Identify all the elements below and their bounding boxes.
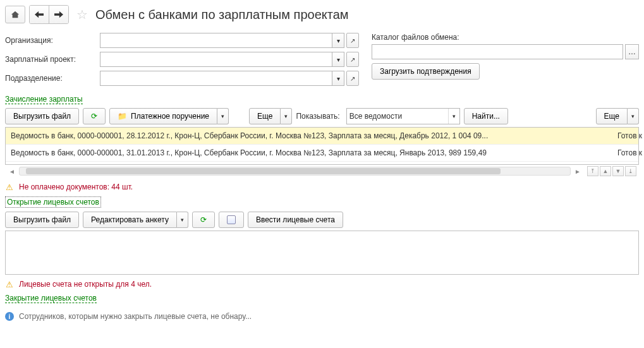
dept-open-button[interactable]: ↗	[346, 71, 359, 86]
catalog-browse-button[interactable]: …	[625, 44, 639, 59]
triangle-up-icon: ▲	[603, 168, 609, 174]
documents-table: Ведомость в банк, 0000-000001, 28.12.201…	[5, 127, 639, 165]
section-open-accounts-link[interactable]: Открытие лицевых счетов	[5, 196, 101, 208]
more-dropdown-1[interactable]: ▾	[281, 108, 292, 124]
enter-accounts-button[interactable]: Ввести лицевые счета	[248, 212, 343, 228]
row-text: Ведомость в банк, 0000-000001, 31.01.201…	[11, 148, 605, 157]
table-row[interactable]: Ведомость в банк, 0000-000001, 28.12.201…	[6, 128, 638, 145]
scroll-left-icon[interactable]: ◄	[8, 168, 16, 175]
chevron-down-icon: ▾	[337, 75, 340, 82]
chevron-down-icon: ▾	[221, 113, 224, 119]
chevron-down-icon: ▾	[181, 217, 184, 223]
warning-accounts-text: Лицевые счета не открыты для 4 чел.	[19, 280, 152, 289]
export-file-button-2[interactable]: Выгрузить файл	[5, 212, 79, 228]
show-label: Показывать:	[296, 112, 339, 121]
sort-down-button[interactable]: ▼	[612, 166, 624, 176]
warning-unpaid-text: Не оплачено документов: 44 шт.	[19, 183, 133, 191]
payment-order-dropdown[interactable]: ▾	[217, 108, 229, 124]
org-dropdown-button[interactable]: ▾	[332, 33, 344, 48]
table-row[interactable]: Ведомость в банк, 0000-000001, 31.01.201…	[6, 145, 638, 162]
info-close-accounts-text: Сотрудников, которым нужно закрыть лицев…	[19, 312, 252, 321]
edit-profile-dropdown[interactable]: ▾	[177, 212, 188, 228]
chevron-down-icon: ▾	[631, 113, 635, 119]
warning-icon: ⚠	[5, 183, 14, 191]
sort-bottom-button[interactable]: ⤓	[625, 166, 636, 176]
sort-top-button[interactable]: ⤒	[587, 166, 598, 176]
refresh-icon: ⟳	[91, 112, 97, 121]
triangle-down-icon: ▼	[616, 168, 621, 174]
dept-dropdown-button[interactable]: ▾	[332, 71, 344, 86]
section-close-accounts-link[interactable]: Закрытие лицевых счетов	[5, 294, 97, 303]
project-label: Зарплатный проект:	[5, 55, 100, 64]
accounts-empty-list	[5, 231, 639, 275]
section-salary-credit-link[interactable]: Зачисление зарплаты	[5, 95, 83, 104]
more-button-2[interactable]: Еще	[596, 108, 628, 124]
horizontal-scrollbar[interactable]	[19, 167, 571, 176]
back-button[interactable]	[30, 6, 49, 23]
edit-profile-button[interactable]: Редактировать анкету	[83, 212, 177, 228]
refresh-icon: ⟳	[200, 215, 207, 224]
show-filter-dropdown[interactable]: ▾	[448, 109, 459, 124]
chevron-down-icon: ▾	[284, 113, 288, 119]
doc-button[interactable]	[219, 212, 244, 228]
chevron-down-icon: ▾	[337, 56, 340, 63]
more-button-1[interactable]: Еще	[249, 108, 281, 124]
find-button[interactable]: Найти...	[464, 108, 508, 124]
home-icon	[11, 10, 20, 19]
favorite-star-icon[interactable]: ☆	[76, 7, 88, 22]
org-open-button[interactable]: ↗	[346, 33, 359, 48]
dept-input[interactable]	[100, 71, 332, 86]
open-icon: ↗	[350, 75, 355, 82]
page-title: Обмен с банками по зарплатным проектам	[95, 8, 349, 22]
sort-up-button[interactable]: ▲	[600, 166, 611, 176]
bar-up-icon: ⤒	[590, 168, 595, 174]
catalog-input[interactable]	[372, 44, 623, 59]
bar-down-icon: ⤓	[628, 168, 633, 174]
project-dropdown-button[interactable]: ▾	[332, 52, 344, 67]
export-file-button[interactable]: Выгрузить файл	[5, 108, 79, 124]
catalog-label: Каталог файлов обмена:	[372, 33, 639, 42]
org-input[interactable]	[100, 33, 332, 48]
ellipsis-icon: …	[628, 47, 636, 56]
load-confirmations-button[interactable]: Загрузить подтверждения	[372, 63, 480, 80]
refresh-button-2[interactable]: ⟳	[192, 212, 215, 228]
refresh-button[interactable]: ⟳	[83, 108, 106, 124]
payment-order-button[interactable]: 📁 Платежное поручение	[109, 108, 217, 124]
chevron-down-icon: ▾	[337, 37, 340, 44]
more-dropdown-2[interactable]: ▾	[628, 108, 639, 124]
arrow-right-icon	[54, 11, 63, 18]
warning-icon: ⚠	[5, 280, 14, 289]
row-status: Готов к выгрузке	[617, 131, 644, 140]
scroll-right-icon[interactable]: ►	[573, 168, 582, 175]
project-open-button[interactable]: ↗	[346, 52, 359, 67]
home-button[interactable]	[5, 6, 25, 23]
folder-icon: 📁	[118, 112, 127, 121]
dept-label: Подразделение:	[5, 74, 100, 83]
open-icon: ↗	[350, 37, 355, 44]
project-input[interactable]	[100, 52, 332, 67]
forward-button[interactable]	[49, 6, 68, 23]
info-icon: i	[5, 312, 14, 321]
arrow-left-icon	[35, 11, 44, 18]
chevron-down-icon: ▾	[453, 113, 456, 119]
org-label: Организация:	[5, 36, 100, 45]
document-icon	[227, 215, 236, 224]
open-icon: ↗	[350, 56, 355, 63]
show-filter-combo[interactable]: Все ведомости ▾	[346, 108, 460, 124]
row-status: Готов к выгрузке	[617, 148, 644, 157]
row-text: Ведомость в банк, 0000-000001, 28.12.201…	[11, 131, 605, 140]
